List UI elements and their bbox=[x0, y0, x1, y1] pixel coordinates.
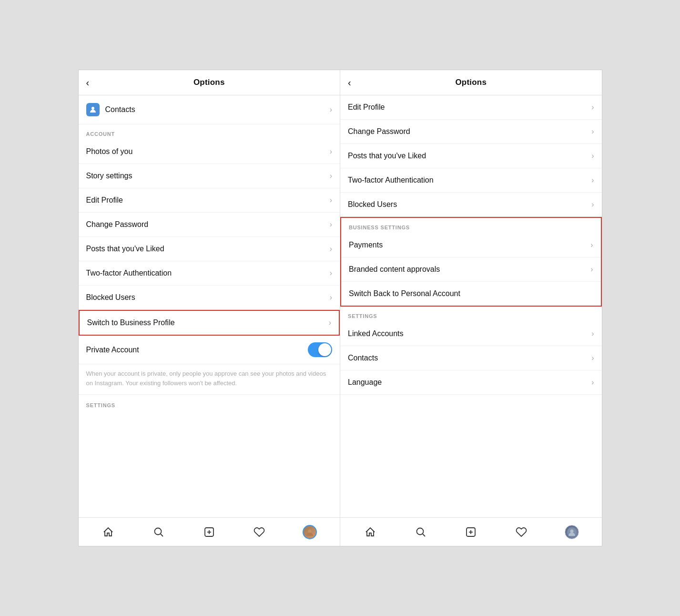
story-settings-label: Story settings bbox=[86, 172, 132, 180]
svg-point-1 bbox=[155, 528, 162, 534]
two-factor-chevron-right: › bbox=[591, 176, 594, 185]
photos-of-you-item[interactable]: Photos of you › bbox=[79, 140, 340, 164]
edit-profile-item-left[interactable]: Edit Profile › bbox=[79, 188, 340, 213]
posts-liked-label-right: Posts that you've Liked bbox=[348, 152, 426, 160]
private-account-toggle-row: Private Account bbox=[79, 336, 340, 364]
change-password-label-right: Change Password bbox=[348, 127, 410, 136]
contacts-item-label: Contacts bbox=[105, 105, 135, 114]
switch-back-personal-item[interactable]: Switch Back to Personal Account bbox=[341, 282, 601, 306]
left-nav-search[interactable] bbox=[148, 522, 169, 543]
two-factor-chevron-left: › bbox=[330, 269, 332, 277]
contacts-item[interactable]: Contacts › bbox=[79, 95, 340, 124]
blocked-users-item-right[interactable]: Blocked Users › bbox=[340, 193, 602, 217]
private-account-toggle[interactable] bbox=[308, 342, 332, 357]
left-nav-profile[interactable] bbox=[299, 522, 320, 543]
right-panel: ‹ Options Edit Profile › Change Password… bbox=[340, 70, 602, 546]
change-password-chevron-right: › bbox=[591, 127, 594, 136]
svg-point-13 bbox=[570, 529, 573, 533]
right-nav-heart[interactable] bbox=[511, 522, 532, 543]
right-nav-plus[interactable] bbox=[460, 522, 481, 543]
settings-section-label-right: SETTINGS bbox=[340, 307, 602, 322]
switch-business-chevron: › bbox=[329, 318, 331, 327]
left-panel-content: Contacts › ACCOUNT Photos of you › Story… bbox=[79, 95, 340, 517]
account-section-label: ACCOUNT bbox=[79, 124, 340, 140]
language-item[interactable]: Language › bbox=[340, 370, 602, 395]
right-nav-avatar bbox=[565, 525, 579, 539]
svg-point-0 bbox=[91, 107, 94, 110]
change-password-item-left[interactable]: Change Password › bbox=[79, 213, 340, 237]
edit-profile-chevron-left: › bbox=[330, 196, 332, 205]
linked-accounts-chevron: › bbox=[591, 329, 594, 338]
payments-label: Payments bbox=[349, 241, 383, 249]
edit-profile-item-right[interactable]: Edit Profile › bbox=[340, 95, 602, 120]
right-panel-content: Edit Profile › Change Password › Posts t… bbox=[340, 95, 602, 517]
branded-content-chevron: › bbox=[590, 265, 593, 274]
contacts-item-right[interactable]: Contacts › bbox=[340, 346, 602, 370]
left-nav-heart[interactable] bbox=[249, 522, 270, 543]
left-panel-title: Options bbox=[193, 78, 225, 87]
private-account-description: When your account is private, only peopl… bbox=[79, 364, 340, 395]
blocked-users-label-right: Blocked Users bbox=[348, 200, 397, 209]
two-factor-label-right: Two-factor Authentication bbox=[348, 176, 434, 185]
right-nav-home[interactable] bbox=[360, 522, 381, 543]
story-settings-chevron: › bbox=[330, 172, 332, 180]
svg-line-2 bbox=[161, 534, 163, 536]
svg-point-6 bbox=[308, 529, 312, 533]
posts-liked-label-left: Posts that you've Liked bbox=[86, 245, 164, 253]
svg-point-7 bbox=[416, 528, 423, 534]
business-settings-highlight: BUSINESS SETTINGS Payments › Branded con… bbox=[340, 217, 602, 307]
blocked-users-chevron-right: › bbox=[591, 200, 594, 209]
blocked-users-label-left: Blocked Users bbox=[86, 293, 135, 302]
left-nav-home[interactable] bbox=[98, 522, 119, 543]
business-settings-label: BUSINESS SETTINGS bbox=[341, 218, 601, 233]
switch-back-personal-label: Switch Back to Personal Account bbox=[349, 289, 460, 298]
right-nav-profile[interactable] bbox=[561, 522, 582, 543]
linked-accounts-label: Linked Accounts bbox=[348, 329, 404, 338]
contacts-label-right: Contacts bbox=[348, 354, 378, 362]
branded-content-item[interactable]: Branded content approvals › bbox=[341, 257, 601, 282]
contacts-chevron-right: › bbox=[591, 354, 594, 362]
switch-business-item[interactable]: Switch to Business Profile › bbox=[80, 311, 339, 335]
story-settings-item[interactable]: Story settings › bbox=[79, 164, 340, 188]
contacts-icon bbox=[86, 103, 100, 116]
edit-profile-chevron-right: › bbox=[591, 103, 594, 112]
edit-profile-label-right: Edit Profile bbox=[348, 103, 385, 112]
two-factor-label-left: Two-factor Authentication bbox=[86, 269, 172, 277]
posts-liked-item-right[interactable]: Posts that you've Liked › bbox=[340, 144, 602, 168]
right-nav-search[interactable] bbox=[410, 522, 431, 543]
change-password-item-right[interactable]: Change Password › bbox=[340, 120, 602, 144]
private-account-label: Private Account bbox=[86, 346, 139, 354]
two-factor-item-right[interactable]: Two-factor Authentication › bbox=[340, 168, 602, 193]
payments-item[interactable]: Payments › bbox=[341, 233, 601, 257]
blocked-users-item-left[interactable]: Blocked Users › bbox=[79, 286, 340, 310]
posts-liked-chevron-right: › bbox=[591, 152, 594, 160]
posts-liked-item-left[interactable]: Posts that you've Liked › bbox=[79, 237, 340, 261]
settings-partial: SETTINGS bbox=[79, 395, 340, 411]
svg-line-8 bbox=[423, 534, 425, 536]
contacts-chevron: › bbox=[330, 105, 332, 114]
change-password-chevron-left: › bbox=[330, 220, 332, 229]
switch-business-label: Switch to Business Profile bbox=[87, 318, 175, 327]
change-password-label-left: Change Password bbox=[86, 220, 149, 229]
contacts-item-left: Contacts bbox=[86, 103, 135, 116]
right-header: ‹ Options bbox=[340, 70, 602, 95]
photos-of-you-label: Photos of you bbox=[86, 147, 133, 156]
left-header: ‹ Options bbox=[79, 70, 340, 95]
left-back-arrow[interactable]: ‹ bbox=[86, 77, 90, 88]
branded-content-label: Branded content approvals bbox=[349, 265, 440, 274]
posts-liked-chevron-left: › bbox=[330, 245, 332, 253]
linked-accounts-item[interactable]: Linked Accounts › bbox=[340, 322, 602, 346]
two-factor-item-left[interactable]: Two-factor Authentication › bbox=[79, 261, 340, 286]
right-back-arrow[interactable]: ‹ bbox=[348, 77, 351, 88]
settings-partial-label: SETTINGS bbox=[86, 402, 115, 408]
language-chevron: › bbox=[591, 378, 594, 387]
blocked-users-chevron-left: › bbox=[330, 293, 332, 302]
language-label: Language bbox=[348, 378, 382, 387]
left-panel: ‹ Options Contacts › ACCOUNT bbox=[79, 70, 341, 546]
left-nav-plus[interactable] bbox=[199, 522, 220, 543]
right-bottom-nav bbox=[340, 517, 602, 546]
payments-chevron: › bbox=[590, 241, 593, 249]
photos-of-you-chevron: › bbox=[330, 147, 332, 156]
left-bottom-nav bbox=[79, 517, 340, 546]
switch-business-highlight: Switch to Business Profile › bbox=[79, 310, 340, 336]
